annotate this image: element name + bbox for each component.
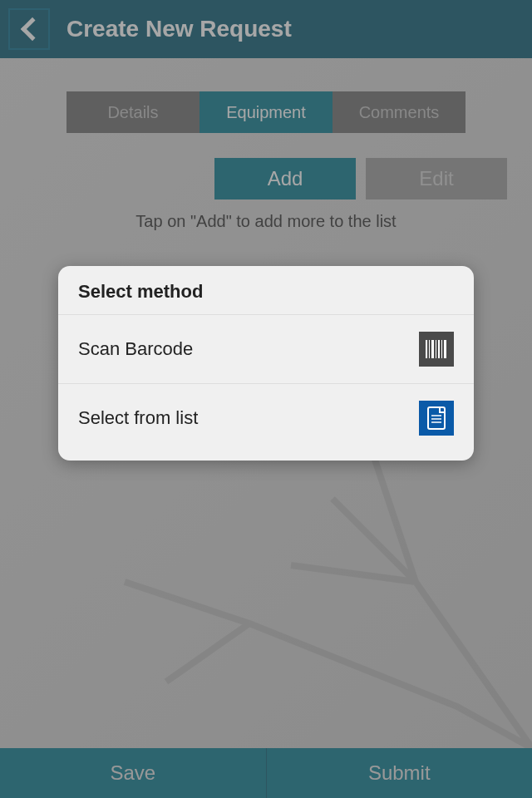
svg-rect-6: [444, 340, 446, 358]
svg-rect-5: [441, 340, 442, 358]
svg-rect-7: [428, 407, 445, 429]
document-list-icon: [419, 401, 454, 436]
svg-rect-2: [431, 340, 434, 358]
option-select-from-list[interactable]: Select from list: [58, 384, 474, 461]
option-scan-barcode[interactable]: Scan Barcode: [58, 315, 474, 384]
option-label: Select from list: [78, 407, 198, 429]
svg-rect-4: [438, 340, 440, 358]
svg-rect-3: [436, 340, 436, 358]
select-method-dialog: Select method Scan Barcode Select from l…: [58, 266, 474, 461]
svg-rect-0: [426, 340, 427, 358]
svg-rect-1: [429, 340, 430, 358]
barcode-icon: [419, 332, 454, 367]
option-label: Scan Barcode: [78, 338, 193, 360]
dialog-title: Select method: [58, 266, 474, 315]
